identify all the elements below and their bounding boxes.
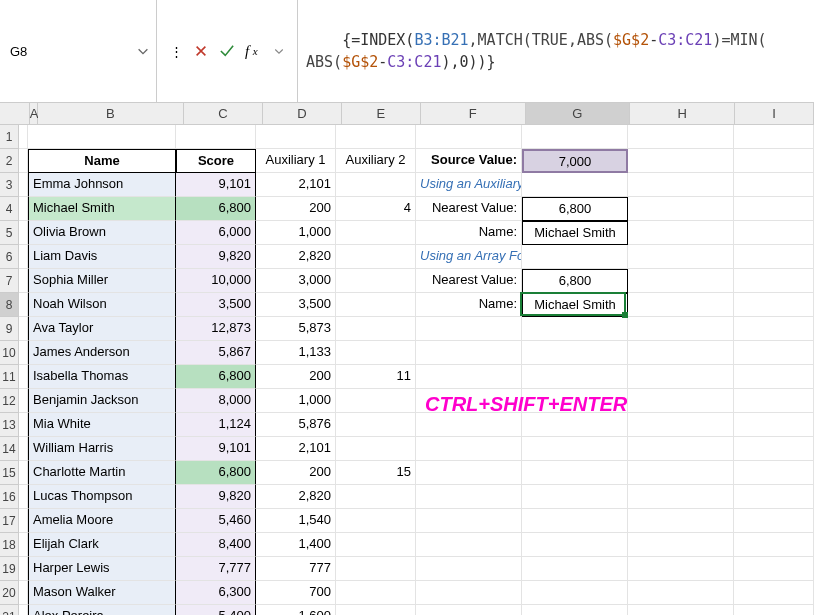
cell[interactable] xyxy=(734,461,814,485)
more-icon[interactable]: ⋮ xyxy=(167,43,183,59)
col-header[interactable]: H xyxy=(630,103,735,124)
cell[interactable] xyxy=(734,365,814,389)
cell[interactable] xyxy=(522,437,628,461)
name-cell[interactable]: Emma Johnson xyxy=(28,173,176,197)
cell[interactable] xyxy=(19,197,28,221)
header-name[interactable]: Name xyxy=(28,149,176,173)
score-cell[interactable]: 8,000 xyxy=(176,389,256,413)
row-header[interactable]: 11 xyxy=(0,365,19,389)
cell[interactable] xyxy=(734,245,814,269)
row-header[interactable]: 5 xyxy=(0,221,19,245)
label-nearest-value[interactable]: Nearest Value: xyxy=(416,269,522,293)
name-cell[interactable]: Olivia Brown xyxy=(28,221,176,245)
cell[interactable] xyxy=(522,485,628,509)
aux2-cell[interactable] xyxy=(336,173,416,197)
aux1-cell[interactable]: 3,500 xyxy=(256,293,336,317)
label-name[interactable]: Name: xyxy=(416,221,522,245)
cancel-icon[interactable] xyxy=(193,43,209,59)
cell[interactable] xyxy=(19,437,28,461)
name-cell[interactable]: Mason Walker xyxy=(28,581,176,605)
score-cell[interactable]: 6,800 xyxy=(176,197,256,221)
source-value[interactable]: 7,000 xyxy=(522,149,628,173)
name-cell[interactable]: Michael Smith xyxy=(28,197,176,221)
cell[interactable] xyxy=(734,125,814,149)
aux1-cell[interactable]: 700 xyxy=(256,581,336,605)
aux2-cell[interactable]: 4 xyxy=(336,197,416,221)
cell[interactable] xyxy=(734,389,814,413)
label-nearest-value[interactable]: Nearest Value: xyxy=(416,197,522,221)
score-cell[interactable]: 5,460 xyxy=(176,509,256,533)
section-title[interactable]: Using an Array Formula xyxy=(416,245,522,269)
nearest-name[interactable]: Michael Smith xyxy=(522,293,628,317)
score-cell[interactable]: 5,400 xyxy=(176,605,256,615)
name-cell[interactable]: Isabella Thomas xyxy=(28,365,176,389)
cell[interactable] xyxy=(628,605,734,615)
score-cell[interactable]: 6,300 xyxy=(176,581,256,605)
aux1-cell[interactable]: 1,400 xyxy=(256,533,336,557)
section-title[interactable]: Using an Auxiliary Column xyxy=(416,173,522,197)
row-header[interactable]: 14 xyxy=(0,437,19,461)
name-cell[interactable]: Lucas Thompson xyxy=(28,485,176,509)
row-header[interactable]: 1 xyxy=(0,125,19,149)
name-cell[interactable]: Noah Wilson xyxy=(28,293,176,317)
cell[interactable] xyxy=(734,581,814,605)
cell[interactable] xyxy=(522,461,628,485)
cell[interactable] xyxy=(19,125,28,149)
header-score[interactable]: Score xyxy=(176,149,256,173)
cell[interactable] xyxy=(522,581,628,605)
aux2-cell[interactable] xyxy=(336,533,416,557)
row-header[interactable]: 13 xyxy=(0,413,19,437)
aux1-cell[interactable]: 1,133 xyxy=(256,341,336,365)
cell[interactable] xyxy=(416,485,522,509)
name-box[interactable] xyxy=(6,42,136,61)
fx-icon[interactable]: fx xyxy=(245,43,261,59)
cell[interactable] xyxy=(19,341,28,365)
aux2-cell[interactable] xyxy=(336,509,416,533)
row-header[interactable]: 3 xyxy=(0,173,19,197)
cell[interactable] xyxy=(522,317,628,341)
cell[interactable] xyxy=(628,557,734,581)
cell[interactable] xyxy=(19,317,28,341)
row-header[interactable]: 17 xyxy=(0,509,19,533)
score-cell[interactable]: 5,867 xyxy=(176,341,256,365)
cell[interactable] xyxy=(628,485,734,509)
aux2-cell[interactable] xyxy=(336,389,416,413)
cell[interactable] xyxy=(522,413,628,437)
score-cell[interactable]: 9,820 xyxy=(176,485,256,509)
row-header[interactable]: 6 xyxy=(0,245,19,269)
cell[interactable] xyxy=(522,389,628,413)
cell[interactable] xyxy=(628,221,734,245)
cell[interactable] xyxy=(336,125,416,149)
cell[interactable] xyxy=(19,557,28,581)
aux1-cell[interactable]: 1,000 xyxy=(256,389,336,413)
cell[interactable] xyxy=(628,581,734,605)
name-cell[interactable]: William Harris xyxy=(28,437,176,461)
aux1-cell[interactable]: 2,101 xyxy=(256,173,336,197)
col-header[interactable]: I xyxy=(735,103,814,124)
cell[interactable] xyxy=(19,293,28,317)
aux2-cell[interactable] xyxy=(336,413,416,437)
cell[interactable] xyxy=(19,605,28,615)
cell[interactable] xyxy=(628,437,734,461)
score-cell[interactable]: 6,800 xyxy=(176,461,256,485)
aux1-cell[interactable]: 5,873 xyxy=(256,317,336,341)
col-header[interactable]: A xyxy=(30,103,38,124)
header-aux2[interactable]: Auxiliary 2 xyxy=(336,149,416,173)
cell[interactable] xyxy=(522,365,628,389)
cell[interactable] xyxy=(522,533,628,557)
aux1-cell[interactable]: 2,820 xyxy=(256,485,336,509)
aux2-cell[interactable] xyxy=(336,605,416,615)
cell[interactable] xyxy=(19,173,28,197)
row-header[interactable]: 4 xyxy=(0,197,19,221)
aux1-cell[interactable]: 1,600 xyxy=(256,605,336,615)
cell[interactable] xyxy=(734,149,814,173)
cell[interactable] xyxy=(416,605,522,615)
cell[interactable] xyxy=(19,245,28,269)
cell[interactable] xyxy=(416,533,522,557)
row-header[interactable]: 8 xyxy=(0,293,19,317)
cell[interactable] xyxy=(628,197,734,221)
cell[interactable] xyxy=(19,269,28,293)
row-header[interactable]: 10 xyxy=(0,341,19,365)
row-header[interactable]: 16 xyxy=(0,485,19,509)
row-header[interactable]: 19 xyxy=(0,557,19,581)
